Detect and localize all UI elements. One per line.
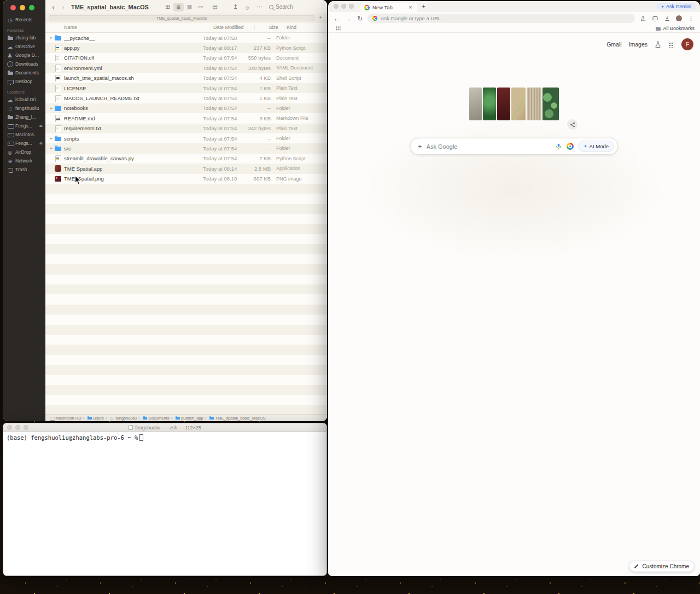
file-row[interactable]: notebooks Today at 07:54 -- Folder xyxy=(45,103,327,113)
forward-button[interactable] xyxy=(345,15,352,22)
sidebar-item[interactable]: AirDrop xyxy=(3,148,45,156)
sidebar-item[interactable]: Fengs... ⏏ xyxy=(3,121,45,130)
minimize-button[interactable] xyxy=(20,5,25,10)
doodle-thumbnail[interactable] xyxy=(469,88,482,120)
zoom-button[interactable] xyxy=(349,4,354,9)
reload-button[interactable] xyxy=(356,15,364,22)
more-button[interactable] xyxy=(255,3,264,11)
images-link[interactable]: Images xyxy=(629,41,648,48)
doodle-thumbnail[interactable] xyxy=(527,88,541,120)
minimize-button[interactable] xyxy=(15,425,20,430)
sidebar-item[interactable]: Recents xyxy=(3,15,45,24)
file-row[interactable]: environment.yml Today at 07:54 340 bytes… xyxy=(45,63,327,73)
menu-icon[interactable] xyxy=(687,14,695,22)
file-row[interactable]: requirements.txt Today at 07:54 342 byte… xyxy=(45,124,327,133)
view-grid-button[interactable] xyxy=(162,3,173,11)
sidebar-item[interactable]: iCloud Dri... xyxy=(3,95,45,104)
reading-list-icon[interactable] xyxy=(651,14,659,22)
file-row[interactable]: CITATION.cff Today at 07:54 550 bytes Do… xyxy=(45,53,327,63)
terminal-content[interactable]: (base) fengshuoliu@zhanglabs-pro-6 ~ % xyxy=(3,432,326,443)
column-header-kind[interactable]: Kind xyxy=(284,25,322,30)
search-input[interactable] xyxy=(427,143,551,150)
path-segment[interactable]: Users xyxy=(81,416,104,421)
disclosure-triangle-icon[interactable] xyxy=(49,136,54,141)
file-row[interactable]: TME_Spatial.png Today at 08:10 607 KB PN… xyxy=(45,173,327,183)
eject-icon[interactable]: ⏏ xyxy=(39,124,43,128)
google-apps-icon[interactable] xyxy=(668,42,674,48)
finder-tab[interactable]: TME_spatial_basic_MacOS xyxy=(49,15,314,21)
doodle-thumbnail[interactable] xyxy=(483,88,496,120)
sidebar-item[interactable]: Google D... xyxy=(3,51,45,60)
path-segment[interactable]: Documents xyxy=(137,416,170,421)
sidebar-item[interactable]: Network xyxy=(3,156,45,165)
forward-button[interactable] xyxy=(60,3,67,11)
group-button[interactable] xyxy=(208,3,221,11)
view-columns-button[interactable] xyxy=(184,3,195,11)
path-segment[interactable]: publish_app xyxy=(170,416,203,421)
file-row[interactable]: app.py Today at 08:17 237 KB Python Scri… xyxy=(45,43,327,53)
view-list-button[interactable] xyxy=(173,3,184,11)
new-tab-button[interactable] xyxy=(422,3,425,10)
back-button[interactable] xyxy=(333,15,341,22)
download-icon[interactable] xyxy=(663,14,671,22)
sidebar-item[interactable]: OneDrive xyxy=(3,42,45,51)
file-row[interactable]: MACOS_LAUNCH_README.txt Today at 07:54 1… xyxy=(45,93,327,103)
profile-icon[interactable] xyxy=(675,14,683,22)
file-row[interactable]: streamlit_drawable_canvas.py Today at 07… xyxy=(45,154,327,164)
ai-mode-button[interactable]: AI Mode xyxy=(578,141,614,152)
column-header-size[interactable]: Size xyxy=(254,25,278,30)
disclosure-triangle-icon[interactable] xyxy=(49,106,54,110)
new-tab-button[interactable] xyxy=(317,15,324,21)
gmail-link[interactable]: Gmail xyxy=(606,41,621,48)
sidebar-item[interactable]: Downloads xyxy=(3,60,45,68)
sidebar-item[interactable]: Desktop xyxy=(3,77,45,86)
browser-tab[interactable]: New Tab xyxy=(360,3,417,12)
disclosure-triangle-icon[interactable] xyxy=(49,36,54,40)
sidebar-item[interactable]: Documents xyxy=(3,68,45,77)
apps-grid-icon[interactable] xyxy=(334,25,342,33)
eject-icon[interactable]: ⏏ xyxy=(39,141,43,145)
file-row[interactable]: __pycache__ Today at 07:58 -- Folder xyxy=(45,33,327,43)
close-button[interactable] xyxy=(7,425,12,430)
add-icon[interactable] xyxy=(418,143,422,150)
path-segment[interactable]: Macintosh HD xyxy=(50,416,81,421)
disclosure-triangle-icon[interactable] xyxy=(49,146,54,150)
search-field[interactable] xyxy=(269,4,310,10)
labs-flask-icon[interactable] xyxy=(655,41,661,48)
doodle-share-button[interactable] xyxy=(567,119,578,130)
tab-close-button[interactable] xyxy=(407,5,413,10)
address-bar[interactable] xyxy=(368,14,635,23)
share-button[interactable] xyxy=(231,3,240,11)
minimize-button[interactable] xyxy=(341,4,346,9)
file-row[interactable]: LICENSE Today at 07:54 1 KB Plain Text xyxy=(45,83,327,93)
close-button[interactable] xyxy=(334,4,339,9)
share-icon[interactable] xyxy=(639,14,647,22)
zoom-button[interactable] xyxy=(29,5,34,10)
close-button[interactable] xyxy=(10,5,16,10)
zoom-button[interactable] xyxy=(24,425,28,430)
file-row[interactable]: launch_tme_spatial_macos.sh Today at 07:… xyxy=(45,73,327,83)
path-segment[interactable]: TME_spatial_basic_MacOS xyxy=(203,416,266,421)
search-input[interactable] xyxy=(276,4,310,10)
column-header-modified[interactable]: Date Modified xyxy=(211,25,254,30)
customize-chrome-button[interactable]: Customize Chrome xyxy=(629,561,694,572)
sidebar-item[interactable]: Trash xyxy=(3,165,45,174)
view-gallery-button[interactable] xyxy=(195,3,206,11)
address-input[interactable] xyxy=(381,15,630,21)
sidebar-item[interactable]: Macintos... xyxy=(3,130,45,139)
doodle-thumbnail[interactable] xyxy=(511,88,526,120)
sidebar-item[interactable]: zhang-lab xyxy=(3,33,45,42)
back-button[interactable] xyxy=(50,3,57,11)
path-segment[interactable]: fengshuoliu xyxy=(104,416,137,421)
doodle-thumbnail[interactable] xyxy=(542,88,559,120)
sidebar-item[interactable]: Zhang_l... xyxy=(3,113,45,121)
ask-gemini-button[interactable]: Ask Gemini xyxy=(656,3,696,10)
lens-search-icon[interactable] xyxy=(567,143,574,150)
file-row[interactable]: TME Spatial.app Today at 08:14 2.8 MB Ap… xyxy=(45,164,327,173)
tag-button[interactable] xyxy=(243,3,252,11)
all-bookmarks-button[interactable]: All Bookmarks xyxy=(656,26,695,31)
doodle-thumbnail[interactable] xyxy=(497,88,510,120)
file-row[interactable]: src Today at 07:54 -- Folder xyxy=(45,143,327,153)
file-row[interactable]: README.md Today at 07:54 9 KB Markdown F… xyxy=(45,113,327,123)
file-row[interactable]: scripts Today at 07:54 -- Folder xyxy=(45,133,327,143)
